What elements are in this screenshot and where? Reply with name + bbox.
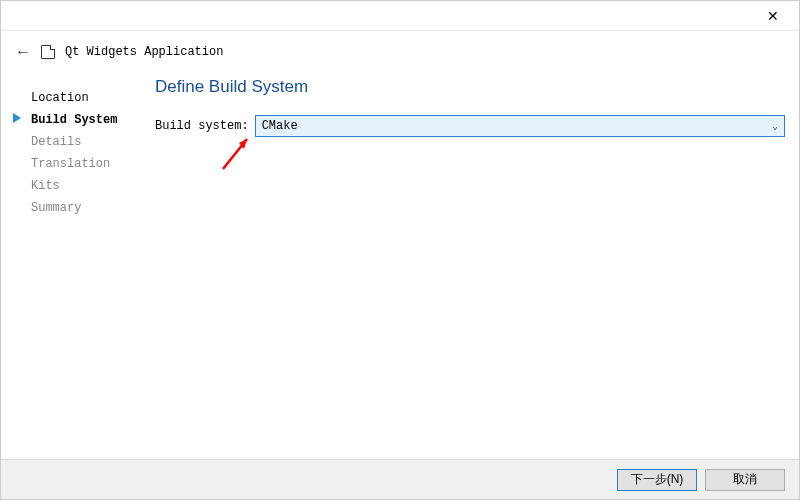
file-icon [41,45,55,59]
wizard-title: Qt Widgets Application [65,45,223,59]
sidebar-item-details: Details [31,131,141,153]
svg-marker-1 [239,139,247,149]
wizard-main: Define Build System Build system: CMake … [141,77,799,459]
next-button[interactable]: 下一步(N) [617,469,697,491]
back-arrow-icon[interactable]: ← [15,43,31,61]
build-system-row: Build system: CMake ⌄ [155,115,785,137]
build-system-value: CMake [262,119,298,133]
sidebar-item-kits: Kits [31,175,141,197]
build-system-select[interactable]: CMake ⌄ [255,115,785,137]
titlebar: ✕ [1,1,799,31]
cancel-button[interactable]: 取消 [705,469,785,491]
sidebar-item-build-system: Build System [31,109,141,131]
sidebar-item-summary: Summary [31,197,141,219]
wizard-footer: 下一步(N) 取消 [1,459,799,499]
close-icon[interactable]: ✕ [759,4,787,28]
page-title: Define Build System [155,77,785,97]
sidebar-item-translation: Translation [31,153,141,175]
sidebar-item-location: Location [31,87,141,109]
svg-line-0 [223,139,247,169]
wizard-sidebar: Location Build System Details Translatio… [1,77,141,459]
build-system-label: Build system: [155,119,249,133]
chevron-down-icon: ⌄ [772,120,778,132]
annotation-arrow-icon [217,131,257,171]
wizard-header: ← Qt Widgets Application [1,31,799,69]
